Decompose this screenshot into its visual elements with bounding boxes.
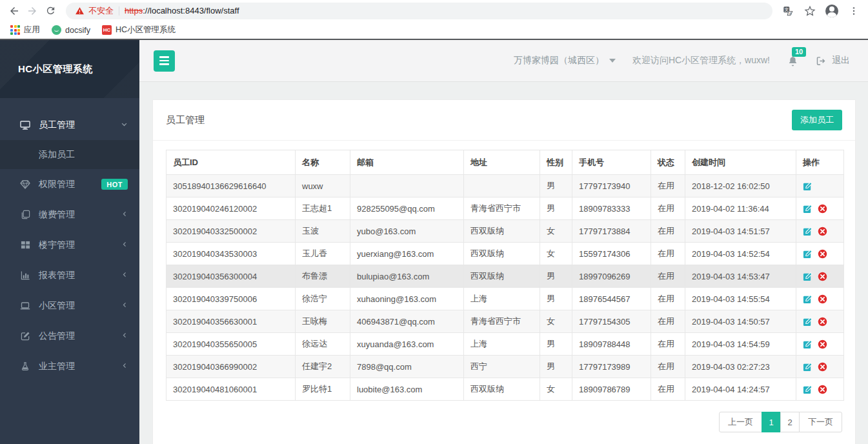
cell-phone: 17797154305 <box>572 310 651 333</box>
column-header-8: 操作 <box>796 150 844 175</box>
edit-row-button[interactable] <box>803 317 812 327</box>
browser-back-button[interactable] <box>5 2 23 20</box>
cell-phone: 18909786789 <box>572 378 651 401</box>
sidebar-item-permissions[interactable]: 权限管理 HOT <box>0 169 139 199</box>
sidebar-item-add-staff[interactable]: 添加员工 <box>0 140 139 169</box>
bookmark-apps[interactable]: 应用 <box>6 23 44 37</box>
cell-name: 罗比特1 <box>296 378 350 401</box>
cell-phone: 17797173940 <box>572 175 651 197</box>
bookmark-hc-system[interactable]: HC HC小区管理系统 <box>98 23 179 37</box>
edit-row-button[interactable] <box>803 385 812 394</box>
bookmark-docsify[interactable]: docsify <box>48 24 94 36</box>
cell-gender: 女 <box>540 310 572 333</box>
add-staff-button[interactable]: 添加员工 <box>792 110 842 130</box>
caret-down-icon <box>609 59 616 63</box>
cell-name: 徐浩宁 <box>296 288 350 310</box>
delete-row-button[interactable] <box>818 339 827 349</box>
next-page-button[interactable]: 下一页 <box>799 412 842 432</box>
delete-row-button[interactable] <box>818 204 827 214</box>
content-area: 员工管理 添加员工 员工ID名称邮箱地址性别手机号状态创建时间操作 305189… <box>139 82 868 444</box>
edit-row-button[interactable] <box>803 294 812 304</box>
cell-gender: 男 <box>540 356 572 378</box>
url-scheme: https <box>125 6 143 15</box>
sidebar-item-reports[interactable]: 报表管理 <box>0 260 139 290</box>
cell-phone: 17797173989 <box>572 356 651 378</box>
sidebar-item-payments[interactable]: 缴费管理 <box>0 199 139 230</box>
cell-email: bulupiao@163.com <box>350 265 464 288</box>
cell-operations <box>796 175 844 197</box>
sidebar-item-community[interactable]: 小区管理 <box>0 290 139 321</box>
notification-count-badge: 10 <box>792 47 806 57</box>
edit-row-button[interactable] <box>803 204 812 214</box>
edit-row-button[interactable] <box>803 339 812 349</box>
table-row: 302019040355650005徐远达xuyuanda@163.com上海男… <box>167 333 844 356</box>
cell-name: 徐远达 <box>296 333 350 356</box>
browser-refresh-button[interactable] <box>41 2 59 20</box>
docsify-favicon <box>52 25 61 35</box>
page-button-2[interactable]: 2 <box>780 412 800 432</box>
chevron-left-icon <box>121 362 128 371</box>
cell-id: 302019040343530003 <box>167 243 296 265</box>
app-logo: HC小区管理系统 <box>0 40 139 98</box>
column-header-1: 名称 <box>296 150 350 175</box>
prev-page-button[interactable]: 上一页 <box>719 412 762 432</box>
cell-status: 在用 <box>651 310 685 333</box>
delete-row-button[interactable] <box>818 249 827 259</box>
cell-gender: 男 <box>540 265 572 288</box>
sidebar-item-staff[interactable]: 员工管理 <box>0 110 139 140</box>
cell-name: 任建宇2 <box>296 356 350 378</box>
cell-status: 在用 <box>651 175 685 197</box>
delete-row-button[interactable] <box>818 227 827 236</box>
edit-row-button[interactable] <box>803 181 812 191</box>
warning-icon <box>75 6 85 15</box>
address-bar[interactable]: 不安全 https://localhost:8443/flow/staff <box>66 3 772 19</box>
cell-created: 2018-12-02 16:02:50 <box>685 175 796 197</box>
cell-id: 302019040356300004 <box>167 265 296 288</box>
cell-phone: 18909783333 <box>572 197 651 220</box>
sidebar: HC小区管理系统 员工管理 添加员工 权限管理 <box>0 40 139 444</box>
staff-table: 员工ID名称邮箱地址性别手机号状态创建时间操作 3051894013662961… <box>166 150 844 401</box>
delete-row-button[interactable] <box>818 317 827 327</box>
menu-kebab-icon[interactable] <box>845 2 863 20</box>
cell-email: 406943871@qq.com <box>350 310 464 333</box>
edit-row-button[interactable] <box>803 272 812 281</box>
edit-row-button[interactable] <box>803 362 812 372</box>
delete-row-button[interactable] <box>818 294 827 304</box>
browser-forward-button[interactable] <box>23 2 41 20</box>
page-button-1[interactable]: 1 <box>762 412 781 432</box>
sidebar-item-announcements[interactable]: 公告管理 <box>0 321 139 351</box>
edit-row-button[interactable] <box>803 249 812 259</box>
sidebar-toggle-button[interactable] <box>154 50 175 72</box>
sidebar-item-owners[interactable]: 业主管理 <box>0 351 139 381</box>
bookmark-star-icon[interactable] <box>801 2 819 20</box>
bookmark-apps-label: 应用 <box>24 25 40 35</box>
table-row: 302019040356630001王咏梅406943871@qq.com青海省… <box>167 310 844 333</box>
cell-email: 928255095@qq.com <box>350 197 464 220</box>
sidebar-item-label: 员工管理 <box>39 119 121 131</box>
translate-icon[interactable]: 文A <box>779 2 797 20</box>
sidebar-item-buildings[interactable]: 楼宇管理 <box>0 230 139 260</box>
cell-id: 302019040366990002 <box>167 356 296 378</box>
browser-chrome: 不安全 https://localhost:8443/flow/staff 文A <box>0 0 868 39</box>
staff-submenu: 添加员工 <box>0 140 139 169</box>
sidebar-item-label: 权限管理 <box>39 179 101 190</box>
edit-row-button[interactable] <box>803 227 812 236</box>
delete-row-button[interactable] <box>818 272 827 281</box>
desktop-icon <box>19 120 31 130</box>
community-selector[interactable]: 万博家博园（城西区） <box>514 55 616 66</box>
cell-gender: 女 <box>540 243 572 265</box>
url-divider <box>119 6 119 15</box>
cell-phone: 17797173884 <box>572 220 651 243</box>
delete-row-button[interactable] <box>818 362 827 372</box>
profile-avatar-icon[interactable] <box>823 2 841 20</box>
cell-created: 2019-04-03 02:27:23 <box>685 356 796 378</box>
cell-name: 王志超1 <box>296 197 350 220</box>
column-header-3: 地址 <box>464 150 540 175</box>
logout-button[interactable]: 退出 <box>816 55 850 66</box>
delete-row-button[interactable] <box>818 385 827 394</box>
cell-phone: 18976544567 <box>572 288 651 310</box>
flask-icon <box>19 361 31 371</box>
cell-created: 2019-04-04 14:24:57 <box>685 378 796 401</box>
notifications-button[interactable]: 10 <box>787 55 799 67</box>
table-row: 302019040366990002任建宇27898@qq.com西宁男1779… <box>167 356 844 378</box>
